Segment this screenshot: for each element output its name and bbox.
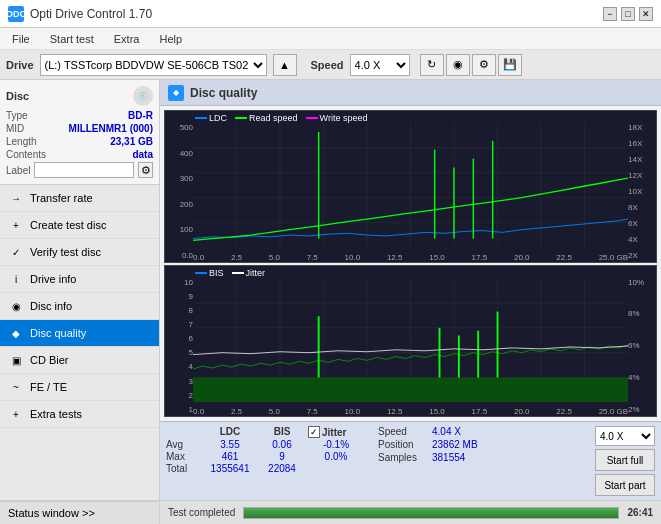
disc-contents-row: Contents data — [6, 149, 153, 160]
chart-bis: BIS Jitter 10 9 8 7 6 5 4 3 — [164, 265, 657, 418]
legend-ldc-label: LDC — [209, 113, 227, 123]
chart1-y-labels-right: 18X 16X 14X 12X 10X 8X 6X 4X 2X — [628, 111, 656, 262]
chart2-y-labels-left: 10 9 8 7 6 5 4 3 2 1 — [165, 266, 193, 417]
disc-icon: 💿 — [133, 86, 153, 106]
sidebar: Disc 💿 Type BD-R MID MILLENMR1 (000) Len… — [0, 80, 160, 524]
legend-ldc-color — [195, 117, 207, 119]
info-button[interactable]: ◉ — [446, 54, 470, 76]
menu-help[interactable]: Help — [151, 31, 190, 47]
stats-table: LDC BIS ✓ Jitter Avg 3.55 0.06 -0.1% Max — [166, 426, 364, 474]
bottom-bar: Test completed 26:41 — [160, 500, 661, 524]
sidebar-item-label-fe-te: FE / TE — [30, 381, 67, 393]
disc-label-button[interactable]: ⚙ — [138, 162, 153, 178]
legend-write-speed: Write speed — [306, 113, 368, 123]
main-layout: Disc 💿 Type BD-R MID MILLENMR1 (000) Len… — [0, 80, 661, 524]
refresh-button[interactable]: ↻ — [420, 54, 444, 76]
disc-mid-value: MILLENMR1 (000) — [69, 123, 153, 134]
bis-max: 9 — [260, 451, 304, 462]
disc-info-icon: ◉ — [8, 298, 24, 314]
legend-jitter-label: Jitter — [246, 268, 266, 278]
legend-bis-color — [195, 272, 207, 274]
chart1-svg — [193, 123, 628, 248]
status-window-label: Status window >> — [8, 507, 95, 519]
speed-pos-section: Speed 4.04 X Position 23862 MB Samples 3… — [378, 426, 478, 463]
content-header: ◆ Disc quality — [160, 80, 661, 106]
sidebar-item-create-test-disc[interactable]: + Create test disc — [0, 212, 159, 239]
sidebar-item-drive-info[interactable]: i Drive info — [0, 266, 159, 293]
jitter-avg: -0.1% — [308, 439, 364, 450]
legend-write-speed-label: Write speed — [320, 113, 368, 123]
settings-button[interactable]: ⚙ — [472, 54, 496, 76]
close-button[interactable]: ✕ — [639, 7, 653, 21]
menu-extra[interactable]: Extra — [106, 31, 148, 47]
chart2-legend: BIS Jitter — [195, 268, 265, 278]
jitter-checkbox[interactable]: ✓ — [308, 426, 320, 438]
speed-value: 4.04 X — [432, 426, 461, 437]
sidebar-item-label-create-test-disc: Create test disc — [30, 219, 106, 231]
disc-type-value: BD-R — [128, 110, 153, 121]
stats-avg-row: Avg 3.55 0.06 -0.1% — [166, 439, 364, 450]
sidebar-item-fe-te[interactable]: ~ FE / TE — [0, 374, 159, 401]
menu-start-test[interactable]: Start test — [42, 31, 102, 47]
samples-row: Samples 381554 — [378, 452, 478, 463]
chart1-x-labels: 0.0 2.5 5.0 7.5 10.0 12.5 15.0 17.5 20.0… — [193, 253, 628, 262]
chart2-svg — [193, 278, 628, 403]
drive-label: Drive — [6, 59, 34, 71]
start-part-button[interactable]: Start part — [595, 474, 655, 496]
disc-label-input[interactable] — [34, 162, 134, 178]
disc-mid-row: MID MILLENMR1 (000) — [6, 123, 153, 134]
legend-bis-label: BIS — [209, 268, 224, 278]
legend-bis: BIS — [195, 268, 224, 278]
minimize-button[interactable]: − — [603, 7, 617, 21]
sidebar-item-cd-bier[interactable]: ▣ CD Bier — [0, 347, 159, 374]
position-key: Position — [378, 439, 428, 450]
sidebar-item-extra-tests[interactable]: + Extra tests — [0, 401, 159, 428]
transfer-rate-icon: → — [8, 190, 24, 206]
disc-type-label: Type — [6, 110, 28, 121]
titlebar: ODC Opti Drive Control 1.70 − □ ✕ — [0, 0, 661, 28]
test-speed-select[interactable]: 4.0 X — [595, 426, 655, 446]
speed-label: Speed — [311, 59, 344, 71]
disc-section: Disc 💿 Type BD-R MID MILLENMR1 (000) Len… — [0, 80, 159, 185]
status-window-button[interactable]: Status window >> — [0, 501, 159, 524]
sidebar-item-disc-quality[interactable]: ◆ Disc quality — [0, 320, 159, 347]
time-display: 26:41 — [627, 507, 653, 518]
ldc-col-header: LDC — [204, 426, 256, 438]
legend-read-speed-label: Read speed — [249, 113, 298, 123]
maximize-button[interactable]: □ — [621, 7, 635, 21]
sidebar-item-disc-info[interactable]: ◉ Disc info — [0, 293, 159, 320]
legend-write-speed-color — [306, 117, 318, 119]
avg-label: Avg — [166, 439, 200, 450]
disc-contents-value: data — [132, 149, 153, 160]
disc-length-row: Length 23,31 GB — [6, 136, 153, 147]
bis-col-header: BIS — [260, 426, 304, 438]
ldc-max: 461 — [204, 451, 256, 462]
speed-select[interactable]: 4.0 X — [350, 54, 410, 76]
disc-section-title: Disc — [6, 90, 29, 102]
extra-tests-icon: + — [8, 406, 24, 422]
drivebar: Drive (L:) TSSTcorp BDDVDW SE-506CB TS02… — [0, 50, 661, 80]
disc-header: Disc 💿 — [6, 86, 153, 106]
max-label: Max — [166, 451, 200, 462]
app-title: Opti Drive Control 1.70 — [30, 7, 152, 21]
sidebar-item-verify-test-disc[interactable]: ✓ Verify test disc — [0, 239, 159, 266]
save-button[interactable]: 💾 — [498, 54, 522, 76]
sidebar-item-transfer-rate[interactable]: → Transfer rate — [0, 185, 159, 212]
svg-rect-33 — [193, 377, 628, 402]
status-text: Test completed — [168, 507, 235, 518]
jitter-section: ✓ Jitter — [308, 426, 346, 438]
eject-button[interactable]: ▲ — [273, 54, 297, 76]
start-full-button[interactable]: Start full — [595, 449, 655, 471]
menubar: File Start test Extra Help — [0, 28, 661, 50]
legend-read-speed-color — [235, 117, 247, 119]
drive-info-icon: i — [8, 271, 24, 287]
jitter-col-header: Jitter — [322, 427, 346, 438]
chart2-y-labels-right: 10% 8% 6% 4% 2% — [628, 266, 656, 417]
sidebar-item-label-disc-info: Disc info — [30, 300, 72, 312]
chart-ldc: LDC Read speed Write speed 500 400 300 — [164, 110, 657, 263]
progress-bar-container — [243, 507, 619, 519]
menu-file[interactable]: File — [4, 31, 38, 47]
ldc-total: 1355641 — [204, 463, 256, 474]
stats-bar: LDC BIS ✓ Jitter Avg 3.55 0.06 -0.1% Max — [160, 421, 661, 500]
drive-select[interactable]: (L:) TSSTcorp BDDVDW SE-506CB TS02 — [40, 54, 267, 76]
